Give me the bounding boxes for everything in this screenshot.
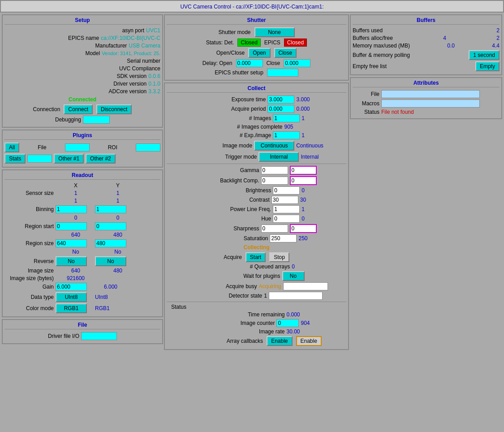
gain-x-input[interactable]	[56, 283, 87, 291]
hue-val: 0	[302, 216, 305, 222]
image-counter-input[interactable]	[276, 319, 299, 327]
right-panel: Buffers Buffers used 2 Buffers alloc/fre…	[350, 14, 502, 350]
wait-plugins-button[interactable]: No	[282, 271, 305, 281]
connected-status: Connected	[4, 96, 160, 103]
reverse-y-button[interactable]: No	[95, 256, 126, 266]
region-start-y-input[interactable]	[95, 222, 126, 230]
num-exp-image-input[interactable]	[273, 131, 300, 139]
y-label: Y	[98, 182, 138, 189]
power-line-input[interactable]	[273, 205, 300, 213]
memory-val2: 4.4	[492, 43, 500, 49]
epics-shutter-input[interactable]	[267, 69, 298, 77]
region-start-x-input[interactable]	[56, 222, 87, 230]
delay-open-input[interactable]	[236, 59, 263, 67]
reverse-x-button[interactable]: No	[56, 256, 87, 266]
stop-button[interactable]: Stop	[269, 252, 289, 262]
saturation-input[interactable]	[270, 234, 297, 242]
gamma-input[interactable]	[261, 166, 288, 174]
image-size-x: 640	[56, 268, 96, 274]
region-size-label: Region size	[4, 240, 54, 246]
array-callbacks-button[interactable]: Enable	[267, 336, 292, 346]
other1-button[interactable]: Other #1	[54, 154, 84, 164]
color-mode-label: Color mode	[4, 305, 54, 311]
driver-version-label: Driver version	[4, 81, 146, 87]
sensor-x: 1	[56, 190, 96, 196]
delay-close-label: Close	[267, 60, 280, 66]
empty-button[interactable]: Empty	[475, 61, 500, 71]
open-button[interactable]: Open	[248, 48, 270, 58]
exposure-time-input[interactable]	[267, 95, 294, 104]
roi-plugin-input[interactable]	[136, 143, 160, 151]
contrast-input[interactable]	[271, 196, 298, 204]
sharpness-input[interactable]	[261, 225, 288, 233]
brightness-val: 0	[302, 187, 305, 194]
gain-y: 6.000	[95, 284, 126, 290]
start-button[interactable]: Start	[246, 252, 266, 262]
connect-button[interactable]: Connect	[64, 104, 93, 114]
backlight-input[interactable]	[261, 177, 288, 185]
shutter-mode-label: Shutter mode	[218, 29, 250, 35]
empty-list-label: Empty free list	[353, 63, 387, 69]
buffers-section: Buffers Buffers used 2 Buffers alloc/fre…	[350, 14, 502, 75]
num-images-input[interactable]	[273, 114, 300, 122]
close-button[interactable]: Close	[274, 48, 297, 58]
data-type-x-button[interactable]: UInt8	[56, 292, 87, 302]
hue-label: Hue	[208, 216, 271, 222]
exposure-time-label: Exposure time	[203, 96, 266, 103]
backlight-val-input[interactable]	[290, 176, 317, 185]
region-size-x-input[interactable]	[56, 239, 87, 247]
stats-button[interactable]: Stats	[4, 154, 26, 164]
array-callbacks-val-button[interactable]: Enable	[296, 336, 322, 346]
acquire-period-input[interactable]	[267, 105, 294, 113]
num-exp-image-label: # Exp./image	[208, 132, 271, 138]
adcore-version-value: 3.3.2	[148, 88, 160, 95]
hue-input[interactable]	[273, 215, 300, 223]
sharpness-val-input[interactable]	[290, 224, 317, 233]
collect-section: Collect Exposure time 3.000 Acquire peri…	[164, 82, 349, 350]
status-attr-label: Status	[353, 109, 379, 115]
acquire-period-label: Acquire period	[203, 106, 266, 112]
disconnect-button[interactable]: Disconnect	[96, 104, 132, 114]
num-images-val: 1	[302, 115, 305, 121]
reverse-y-val: No	[98, 249, 138, 255]
debugging-input[interactable]	[83, 116, 110, 124]
binning-x-input[interactable]	[56, 205, 87, 213]
asyn-port-label: asyn port	[4, 27, 144, 34]
image-counter-val: 904	[301, 320, 310, 326]
model-label: Model	[4, 50, 100, 56]
buffers-alloc-val1: 4	[443, 35, 446, 41]
binning-y-sub: 0	[98, 215, 138, 221]
buffers-alloc-label: Buffers alloc/free	[353, 35, 393, 41]
gamma-val-input[interactable]	[290, 166, 317, 175]
shutter-det-status: Closed	[237, 39, 260, 47]
brightness-input[interactable]	[273, 186, 300, 194]
setup-title: Setup	[4, 17, 160, 25]
polling-button[interactable]: 1 second	[469, 50, 500, 60]
binning-x-sub: 0	[56, 215, 96, 221]
stats-plugin-input[interactable]	[27, 155, 52, 163]
driver-file-io-input[interactable]	[81, 332, 117, 340]
collecting-status: Collecting	[167, 244, 346, 251]
detector-state-label: Detector state	[190, 293, 262, 299]
region-size-y-input[interactable]	[95, 239, 126, 247]
image-rate-label: Image rate	[213, 328, 284, 335]
num-images-complete-label: # Images complete	[220, 124, 282, 130]
power-line-label: Power Line Freq.	[208, 206, 271, 212]
gain-label: Gain	[4, 284, 54, 290]
file-attr-input[interactable]	[381, 90, 480, 98]
other2-button[interactable]: Other #2	[86, 154, 116, 164]
adcore-version-label: ADCore version	[4, 88, 146, 95]
serial-number-label: Serial number	[4, 58, 160, 64]
memory-label: Memory max/used (MB)	[353, 43, 410, 49]
image-mode-button[interactable]: Continuous	[254, 141, 294, 151]
file-plugin-input[interactable]	[65, 143, 90, 151]
color-mode-x-button[interactable]: RGB1	[56, 303, 87, 313]
trigger-mode-button[interactable]: Internal	[258, 152, 299, 162]
macros-attr-input[interactable]	[381, 99, 480, 108]
manufacturer-label: Manufacturer	[4, 43, 127, 49]
binning-label: Binning	[4, 206, 54, 212]
all-button[interactable]: All	[4, 143, 19, 152]
binning-y-input[interactable]	[95, 205, 126, 213]
delay-close-input[interactable]	[284, 59, 310, 67]
shutter-mode-button[interactable]: None	[254, 27, 295, 37]
